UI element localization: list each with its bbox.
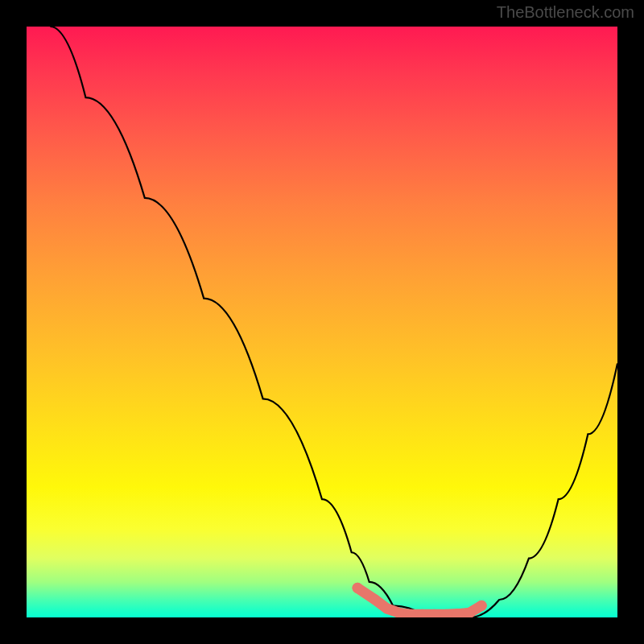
chart-plot-area (27, 27, 617, 617)
marker-dot (382, 603, 392, 613)
marker-dot (353, 583, 363, 593)
marker-dot (477, 601, 487, 611)
optimal-zone-markers (353, 583, 487, 617)
watermark-text: TheBottleneck.com (497, 3, 634, 22)
chart-svg (27, 27, 617, 617)
marker-dot (370, 594, 381, 605)
bottleneck-curve (50, 27, 617, 617)
